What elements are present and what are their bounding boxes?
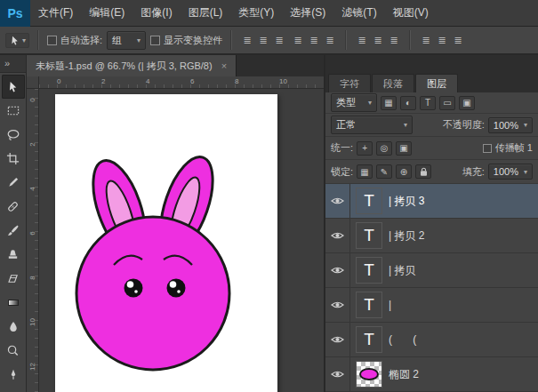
menu-select[interactable]: 选择(S) — [282, 0, 333, 26]
eyedropper-tool[interactable] — [2, 171, 25, 195]
layer-row[interactable]: T | 拷贝 2 — [325, 219, 538, 253]
distribute-bottom-icon[interactable]: ≣ — [387, 35, 401, 46]
align-bottom-icon[interactable]: ≣ — [323, 35, 337, 46]
text-layer-thumbnail[interactable]: T — [356, 222, 382, 249]
layer-row[interactable]: T ( ( — [325, 323, 538, 357]
rectangular-marquee-tool[interactable] — [2, 99, 25, 123]
unify-position-icon[interactable]: + — [357, 141, 373, 156]
visibility-toggle[interactable] — [325, 253, 350, 287]
toolbar-collapse-icon[interactable]: » — [0, 55, 26, 73]
lock-label: 锁定: — [331, 165, 353, 179]
lasso-tool[interactable] — [2, 123, 25, 147]
layer-row[interactable]: T | 拷贝 3 — [325, 184, 538, 219]
ruler-number: 4 — [28, 183, 36, 195]
menu-view[interactable]: 视图(V) — [385, 0, 437, 26]
fill-label: 填充: — [462, 165, 485, 179]
tab-layers[interactable]: 图层 — [415, 74, 458, 92]
document-tab[interactable]: 未标题-1.psd @ 66.7% (| 拷贝 3, RGB/8) × — [27, 55, 237, 76]
spot-healing-brush-tool[interactable] — [2, 195, 25, 219]
fill-value: 100% — [494, 166, 518, 177]
photoshop-logo: Ps — [0, 0, 30, 27]
document-tab-title: 未标题-1.psd @ 66.7% (| 拷贝 3, RGB/8) — [36, 60, 213, 73]
distribute-center-v-icon[interactable]: ≣ — [371, 35, 385, 46]
distribute-right-icon[interactable]: ≣ — [451, 35, 465, 46]
layer-name[interactable]: | 拷贝 3 — [389, 194, 424, 209]
dropdown-arrow-icon: ▾ — [137, 36, 141, 44]
type-filter-icon[interactable]: T — [420, 96, 436, 110]
visibility-toggle[interactable] — [325, 323, 350, 356]
menu-filter[interactable]: 滤镜(T) — [333, 0, 384, 26]
auto-select-checkbox[interactable]: 自动选择: — [47, 34, 102, 47]
adjustment-filter-icon[interactable]: ◐ — [400, 96, 416, 110]
distribute-top-icon[interactable]: ≣ — [355, 35, 369, 46]
text-layer-thumbnail[interactable]: T — [356, 188, 382, 214]
lock-position-icon[interactable]: ⊕ — [396, 164, 412, 179]
close-icon[interactable]: × — [221, 60, 227, 71]
text-layer-thumbnail[interactable]: T — [356, 326, 382, 353]
smart-object-filter-icon[interactable]: ▣ — [459, 96, 475, 110]
layer-name[interactable]: 椭圆 2 — [389, 367, 419, 382]
layer-name[interactable]: ( ( — [389, 333, 416, 346]
opacity-dropdown[interactable]: 100% ▾ — [488, 117, 533, 133]
menu-type[interactable]: 类型(Y) — [230, 0, 282, 26]
layer-row[interactable]: T | — [325, 288, 538, 323]
align-right-icon[interactable]: ≣ — [272, 35, 286, 46]
lock-paint-icon[interactable]: ✎ — [376, 164, 392, 179]
pasteboard[interactable] — [39, 89, 324, 392]
align-top-icon[interactable]: ≣ — [291, 35, 305, 46]
tab-character[interactable]: 字符 — [328, 74, 371, 92]
fill-dropdown[interactable]: 100% ▾ — [488, 164, 533, 180]
tool-preset-picker[interactable]: ▾ — [5, 33, 29, 48]
distribute-center-h-icon[interactable]: ≣ — [435, 35, 449, 46]
lock-all-icon[interactable] — [415, 164, 431, 179]
pixel-filter-icon[interactable]: ▦ — [381, 96, 397, 110]
text-layer-thumbnail[interactable]: T — [356, 292, 382, 318]
menu-image[interactable]: 图像(I) — [132, 0, 180, 26]
visibility-toggle[interactable] — [325, 219, 350, 252]
filter-type-dropdown[interactable]: 类型 ▾ — [331, 93, 377, 112]
align-center-v-icon[interactable]: ≣ — [307, 35, 321, 46]
show-transform-controls-checkbox[interactable]: 显示变换控件 — [150, 34, 222, 47]
unify-style-icon[interactable]: ▣ — [396, 141, 412, 156]
unify-visibility-icon[interactable]: ◎ — [376, 141, 392, 156]
menu-edit[interactable]: 编辑(E) — [81, 0, 132, 26]
clone-stamp-tool[interactable] — [2, 243, 25, 267]
layer-row[interactable]: 椭圆 2 — [325, 357, 538, 392]
dropdown-arrow-icon: ▾ — [368, 99, 372, 107]
menu-file[interactable]: 文件(F) — [30, 0, 81, 26]
shape-filter-icon[interactable]: ▭ — [439, 96, 455, 110]
gradient-tool[interactable] — [2, 291, 25, 315]
menu-layer[interactable]: 图层(L) — [181, 0, 231, 26]
eraser-tool[interactable] — [2, 267, 25, 291]
crop-tool[interactable] — [2, 147, 25, 171]
tab-paragraph[interactable]: 段落 — [372, 74, 414, 92]
brush-tool-icon — [6, 224, 20, 237]
layer-name[interactable]: | 拷贝 2 — [389, 228, 424, 244]
align-center-h-icon[interactable]: ≣ — [256, 35, 270, 46]
layer-row[interactable]: T | 拷贝 — [325, 253, 538, 288]
align-left-icon[interactable]: ≣ — [240, 35, 254, 46]
visibility-toggle[interactable] — [325, 288, 350, 322]
brush-tool[interactable] — [2, 219, 25, 243]
blend-mode-dropdown[interactable]: 正常 ▾ — [331, 116, 413, 134]
blur-tool[interactable] — [2, 315, 25, 339]
horizontal-ruler: 0 2 4 6 8 10 — [39, 76, 324, 89]
shape-layer-thumbnail[interactable] — [356, 361, 382, 388]
visibility-toggle[interactable] — [325, 357, 350, 391]
canvas[interactable] — [55, 94, 277, 392]
opacity-value: 100% — [494, 120, 518, 131]
pen-tool[interactable] — [2, 363, 25, 387]
unify-label: 统一: — [331, 141, 353, 155]
lock-transparency-icon[interactable]: ▦ — [357, 164, 373, 179]
distribute-left-icon[interactable]: ≣ — [419, 35, 433, 46]
visibility-toggle[interactable] — [325, 184, 350, 218]
auto-select-target-dropdown[interactable]: 组 ▾ — [107, 31, 146, 50]
move-tool[interactable] — [2, 75, 25, 99]
dodge-tool[interactable] — [2, 339, 25, 363]
layer-list: T | 拷贝 3 T | 拷贝 2 T — [325, 184, 538, 392]
layer-name[interactable]: | — [389, 299, 391, 311]
propagate-frame-checkbox[interactable] — [483, 144, 492, 153]
text-layer-thumbnail[interactable]: T — [356, 257, 382, 284]
layer-name[interactable]: | 拷贝 — [389, 263, 415, 278]
vertical-ruler: 0 2 4 6 8 10 12 — [27, 89, 39, 392]
